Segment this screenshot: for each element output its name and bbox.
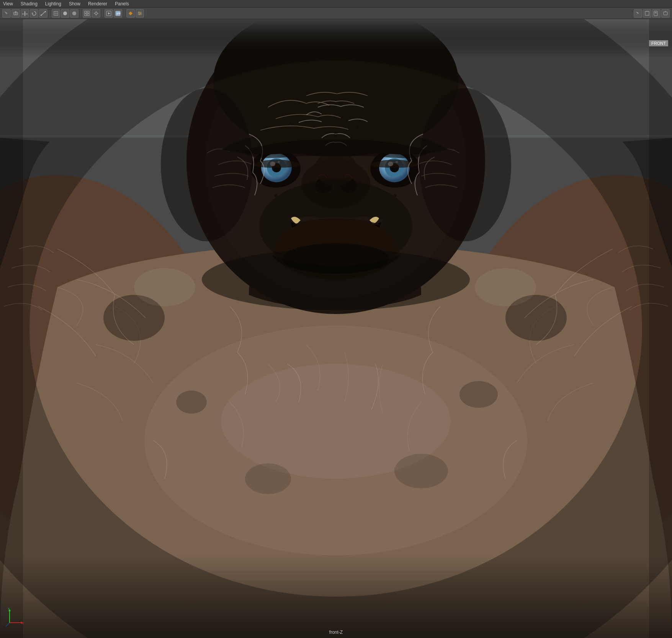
menu-view[interactable]: View <box>2 1 15 7</box>
menu-bar: View Shading Lighting Show Renderer Pane… <box>0 0 672 8</box>
viewport[interactable]: FRONT front-Z X Y <box>0 19 672 638</box>
svg-rect-16 <box>85 14 87 16</box>
svg-point-101 <box>357 125 359 128</box>
toolbar-screen-grab[interactable] <box>643 9 651 18</box>
svg-rect-37 <box>654 11 657 16</box>
svg-point-18 <box>95 12 97 15</box>
toolbar-select-mode[interactable] <box>634 9 642 18</box>
axis-indicator: X Y <box>6 607 25 627</box>
svg-point-88 <box>419 88 511 241</box>
toolbar-wireframe[interactable] <box>52 9 60 18</box>
svg-point-96 <box>221 364 451 479</box>
svg-rect-2 <box>15 11 16 12</box>
svg-rect-92 <box>0 19 23 638</box>
svg-point-53 <box>459 381 498 408</box>
svg-point-31 <box>139 11 140 13</box>
svg-point-33 <box>139 14 140 15</box>
menu-panels[interactable]: Panels <box>113 1 131 7</box>
menu-lighting[interactable]: Lighting <box>44 1 63 7</box>
svg-point-10 <box>63 11 67 15</box>
svg-point-52 <box>176 391 207 414</box>
svg-line-107 <box>6 623 10 627</box>
toolbar: IPR <box>0 8 672 19</box>
svg-rect-93 <box>649 19 672 638</box>
toolbar-sep-1 <box>49 10 50 17</box>
toolbar-sep-5 <box>146 10 146 17</box>
svg-point-99 <box>334 132 338 136</box>
toolbar-timeline[interactable] <box>136 9 144 18</box>
toolbar-sep-4 <box>124 10 124 17</box>
svg-rect-34 <box>645 11 649 15</box>
toolbar-keyframe[interactable] <box>126 9 135 18</box>
toolbar-select[interactable] <box>2 9 11 18</box>
svg-text:X: X <box>22 622 24 625</box>
svg-rect-15 <box>87 11 89 13</box>
toolbar-ipr[interactable]: IPR <box>114 9 122 18</box>
svg-point-87 <box>161 88 253 241</box>
svg-rect-6 <box>41 15 42 16</box>
svg-point-102 <box>282 243 389 274</box>
svg-point-11 <box>72 11 76 15</box>
toolbar-textured[interactable] <box>70 9 78 18</box>
svg-marker-27 <box>129 11 132 15</box>
svg-point-32 <box>140 13 141 14</box>
svg-point-1 <box>15 13 16 14</box>
toolbar-camera[interactable] <box>11 9 20 18</box>
svg-rect-5 <box>45 11 46 12</box>
toolbar-move[interactable] <box>21 9 29 18</box>
svg-point-95 <box>475 268 536 306</box>
menu-shading[interactable]: Shading <box>19 1 39 7</box>
creature-viewport <box>0 19 672 638</box>
toolbar-camera-bookmark[interactable] <box>652 9 661 18</box>
svg-text:IPR: IPR <box>116 12 121 15</box>
toolbar-solid[interactable] <box>61 9 69 18</box>
svg-rect-14 <box>85 11 87 13</box>
toolbar-sync[interactable] <box>661 9 670 18</box>
toolbar-snap[interactable] <box>92 9 100 18</box>
toolbar-sep-3 <box>102 10 103 17</box>
toolbar-sep-2 <box>80 10 81 17</box>
menu-renderer[interactable]: Renderer <box>87 1 109 7</box>
svg-point-97 <box>274 194 277 197</box>
toolbar-rotate[interactable] <box>30 9 38 18</box>
toolbar-grid-toggle[interactable] <box>83 9 91 18</box>
svg-rect-40 <box>664 12 667 15</box>
svg-marker-24 <box>108 12 110 15</box>
menu-show[interactable]: Show <box>67 1 82 7</box>
viewport-status: front-Z <box>329 630 343 635</box>
svg-point-98 <box>394 194 397 197</box>
viewport-label: FRONT <box>649 40 668 46</box>
svg-point-94 <box>134 268 195 306</box>
svg-text:Y: Y <box>8 607 10 610</box>
svg-rect-17 <box>87 14 89 16</box>
svg-point-100 <box>313 125 315 128</box>
toolbar-scale[interactable] <box>39 9 47 18</box>
toolbar-render[interactable] <box>105 9 113 18</box>
